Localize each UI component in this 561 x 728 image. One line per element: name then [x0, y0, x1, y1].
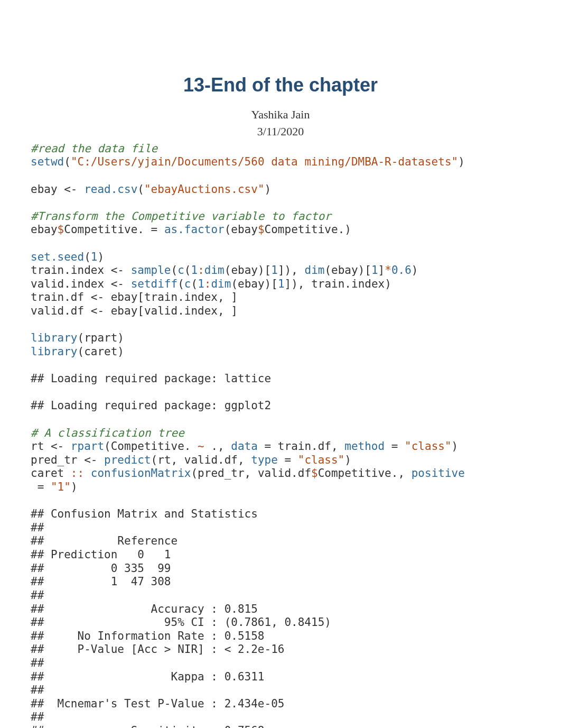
string: "1" — [51, 481, 71, 493]
code-text: Competitive.) — [265, 223, 351, 236]
author-line: Yashika Jain — [31, 108, 530, 122]
fn-library: library — [31, 345, 78, 358]
code-block: #read the data file setwd("C:/Users/yjai… — [31, 142, 530, 728]
code-text: Competitive. = — [64, 223, 164, 236]
code-text: (ebay)[ — [225, 264, 272, 277]
paren: ( — [137, 183, 144, 196]
output-line: ## Reference — [31, 535, 177, 547]
document-page: 13-End of the chapter Yashika Jain 3/11/… — [0, 0, 561, 728]
fn-setseed: set.seed — [31, 251, 84, 263]
fn-dim: dim — [204, 264, 225, 277]
code-text: train.df <- ebay[train.index, ] — [31, 291, 238, 303]
num: 1 — [198, 278, 204, 290]
output-line: ## — [31, 711, 331, 723]
code-text: train.index <- — [31, 264, 131, 277]
output-line: ## P-Value [Acc > NIR] : < 2.2e-16 — [31, 643, 331, 656]
code-text: train.df, — [278, 440, 344, 453]
comment: # A classification tree — [31, 427, 184, 439]
paren: (ebay — [225, 223, 258, 236]
paren: ) — [452, 440, 459, 453]
output-line: ## 1 47 308 — [31, 575, 171, 588]
code-text: ] — [378, 264, 385, 277]
code-text: (rpart) — [78, 331, 125, 344]
string: "class" — [298, 454, 345, 466]
paren: ( — [184, 264, 191, 277]
code-text: Competitive., — [318, 467, 412, 480]
op-star: * — [385, 264, 391, 277]
paren: ) — [265, 183, 272, 196]
output-line: ## No Information Rate : 0.5158 — [31, 630, 331, 642]
code-text: rt <- — [31, 440, 71, 453]
code-text: (Competitive. — [104, 440, 198, 453]
code-text: ]), — [278, 264, 305, 277]
paren: ( — [171, 264, 178, 277]
output-line: ## — [31, 521, 51, 534]
kw-method: method — [344, 440, 385, 453]
string-path: "C:/Users/yjain/Documents/560 data minin… — [71, 155, 458, 168]
code-text: valid.df <- ebay[valid.index, ] — [31, 305, 238, 317]
code-text: = — [31, 481, 51, 493]
num: 1 — [191, 264, 198, 277]
fn-readcsv: read.csv — [84, 183, 137, 196]
fn-predict: predict — [104, 454, 151, 466]
paren: ( — [84, 251, 91, 263]
fn-c: c — [184, 278, 191, 290]
paren: ( — [64, 155, 71, 168]
output-line: ## — [31, 589, 331, 602]
num: 1 — [371, 264, 378, 277]
fn-library: library — [31, 331, 78, 344]
fn-asfactor: as.factor — [164, 223, 225, 236]
output-line: ## Accuracy : 0.815 — [31, 603, 331, 615]
paren: ) — [344, 454, 351, 466]
code-text: ebay <- — [31, 183, 84, 196]
code-text: (rt, valid.df, — [151, 454, 251, 466]
comment: #read the data file — [31, 142, 157, 155]
op-dollar: $ — [58, 223, 64, 236]
code-text: = — [258, 440, 278, 453]
code-text: = — [278, 454, 298, 466]
output-line: ## Kappa : 0.6311 — [31, 670, 331, 683]
code-text: ebay — [31, 223, 58, 236]
date-line: 3/11/2020 — [31, 125, 530, 139]
op-dollar: $ — [258, 223, 265, 236]
code-text: (ebay)[ — [324, 264, 371, 277]
output-line: ## Loading required package: lattice — [31, 372, 271, 385]
output-line: ## 0 335 99 — [31, 562, 171, 575]
fn-setwd: setwd — [31, 155, 64, 168]
string-file: "ebayAuctions.csv" — [144, 183, 265, 196]
paren: ( — [177, 278, 184, 290]
fn-confusionmatrix: confusionMatrix — [84, 467, 191, 480]
code-text: (ebay)[ — [231, 278, 278, 290]
fn-dim: dim — [304, 264, 324, 277]
output-line: ## Prediction 0 1 — [31, 548, 171, 561]
fn-rpart: rpart — [71, 440, 104, 453]
paren: ) — [412, 264, 418, 277]
code-text: (caret) — [78, 345, 125, 358]
num: 1 — [278, 278, 285, 290]
comment: #Transform the Competitive variable to f… — [31, 210, 331, 223]
num: 1 — [271, 264, 278, 277]
num: 1 — [91, 251, 98, 263]
kw-data: data — [231, 440, 258, 453]
fn-c: c — [177, 264, 184, 277]
output-line: ## Confusion Matrix and Statistics — [31, 508, 258, 520]
paren: ) — [97, 251, 104, 263]
kw-type: type — [251, 454, 278, 466]
fn-setdiff: setdiff — [131, 278, 178, 290]
op-colon: : — [204, 278, 211, 290]
output-line: ## — [31, 684, 331, 696]
code-text: ]), train.index) — [285, 278, 391, 290]
code-text: = — [385, 440, 405, 453]
code-text: pred_tr <- — [31, 454, 104, 466]
op-dcolon: :: — [71, 467, 84, 480]
fn-sample: sample — [131, 264, 171, 277]
page-title: 13-End of the chapter — [31, 74, 530, 96]
paren: ) — [71, 481, 78, 493]
output-line: ## Mcnemar's Test P-Value : 2.434e-05 — [31, 697, 331, 710]
op-tilde: ~ — [198, 440, 204, 453]
output-line: ## — [31, 657, 331, 669]
code-text: valid.index <- — [31, 278, 131, 290]
num: 0.6 — [391, 264, 412, 277]
paren: ) — [458, 155, 465, 168]
output-line: ## Loading required package: ggplot2 — [31, 399, 271, 412]
